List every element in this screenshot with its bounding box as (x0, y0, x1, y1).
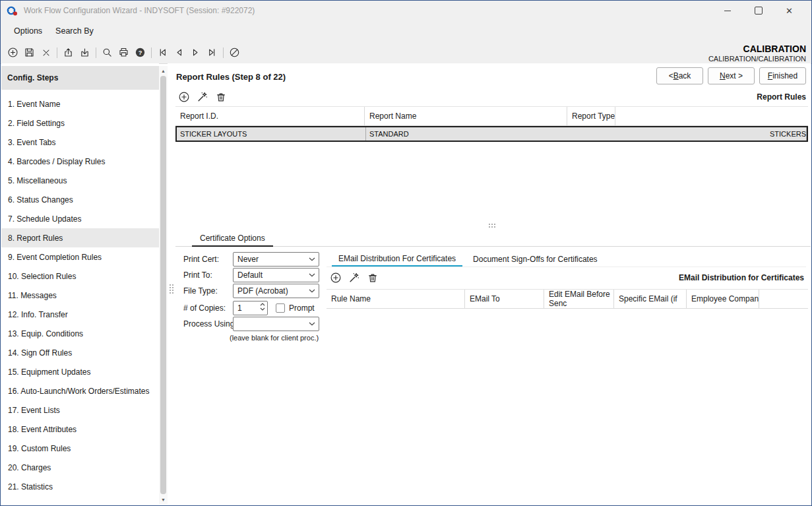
maximize-icon (755, 7, 763, 15)
nav-prev-button[interactable] (171, 44, 187, 61)
process-using-select[interactable] (233, 317, 319, 331)
report-rules-toolbar (177, 90, 228, 104)
sidebar-step-item[interactable]: 11. Messages (1, 286, 159, 305)
edit-report-rule-button[interactable] (196, 90, 209, 104)
sidebar-step-item[interactable]: 14. Sign Off Rules (1, 343, 159, 362)
sidebar-step-item[interactable]: 3. Event Tabs (1, 133, 159, 152)
sidebar-step-label: 9. Event Completion Rules (8, 253, 102, 262)
tab-email-distribution[interactable]: EMail Distribution For Certificates (332, 252, 462, 267)
delete-x-icon (41, 47, 51, 58)
sidebar-header: Config. Steps (1, 66, 159, 90)
column-header[interactable]: Report Type (567, 107, 615, 125)
export-button[interactable] (60, 44, 77, 61)
table-cell: STICKER LAYOUTS (177, 127, 366, 141)
nav-next-button[interactable] (187, 44, 204, 61)
close-button[interactable]: ✕ (774, 1, 805, 20)
file-type-label: File Type: (183, 284, 218, 298)
app-logo-icon (7, 5, 18, 16)
sidebar-step-label: 17. Event Lists (8, 406, 60, 415)
delete-button[interactable] (38, 44, 54, 61)
nav-last-icon (206, 47, 218, 58)
scroll-up-icon[interactable]: ▲ (159, 66, 168, 75)
help-icon: ? (135, 47, 146, 58)
sidebar-step-item[interactable]: 16. Auto-Launch/Work Orders/Estimates (1, 381, 159, 400)
search-button[interactable] (99, 44, 115, 61)
sidebar-step-item[interactable]: 19. Custom Rules (1, 439, 159, 458)
import-down-icon (79, 47, 90, 58)
magic-wand-icon (348, 272, 360, 284)
add-email-rule-button[interactable] (329, 271, 342, 284)
sidebar-step-item[interactable]: 18. Event Attributes (1, 420, 159, 439)
print-button[interactable] (115, 44, 132, 61)
tab-certificate-options[interactable]: Certificate Options (192, 231, 273, 247)
column-header[interactable]: Report I.D. (175, 107, 365, 125)
page-title: Report Rules (Step 8 of 22) (176, 72, 286, 82)
sidebar-step-item[interactable]: 6. Status Changes (1, 190, 159, 209)
vertical-splitter[interactable] (168, 63, 175, 505)
toolbar-separator (57, 47, 57, 58)
print-cert-select[interactable]: Never (233, 252, 319, 267)
prompt-checkbox[interactable] (276, 303, 285, 313)
sidebar-step-label: 20. Charges (8, 463, 51, 472)
sidebar-step-item[interactable]: 15. Equipment Updates (1, 362, 159, 381)
scroll-down-icon[interactable]: ▼ (159, 495, 168, 504)
menu-item[interactable]: Options (7, 20, 49, 42)
sidebar-step-item[interactable]: 1. Event Name (1, 94, 159, 113)
menubar: Options Search By (1, 20, 811, 42)
main-content: Report Rules (Step 8 of 22) < Back Next … (175, 63, 811, 505)
column-header[interactable]: Rule Name (327, 290, 465, 308)
sidebar-step-item[interactable]: 13. Equip. Conditions (1, 324, 159, 343)
sidebar-step-item[interactable]: 20. Charges (1, 458, 159, 477)
sidebar-step-item[interactable]: 5. Miscellaneous (1, 171, 159, 190)
sidebar-step-item[interactable]: 17. Event Lists (1, 400, 159, 420)
tab-document-sign-offs[interactable]: Document Sign-Offs for Certificates (466, 252, 604, 267)
maximize-button[interactable] (743, 1, 774, 20)
delete-report-rule-button[interactable] (214, 90, 228, 104)
nav-last-button[interactable] (204, 44, 220, 61)
import-button[interactable] (77, 44, 93, 61)
sidebar-step-label: 16. Auto-Launch/Work Orders/Estimates (8, 387, 150, 396)
sidebar-step-item[interactable]: 2. Field Settings (1, 113, 159, 133)
spinner-arrows[interactable] (260, 303, 265, 311)
add-report-rule-button[interactable] (177, 90, 191, 104)
print-to-select[interactable]: Default (233, 268, 319, 282)
cancel-button[interactable] (226, 44, 243, 61)
sidebar-step-item[interactable]: 21. Statistics (1, 477, 159, 496)
back-button[interactable]: < Back (656, 67, 703, 84)
report-rules-table-header: Report I.D.Report NameReport Type (175, 106, 808, 126)
scrollbar-thumb[interactable] (160, 76, 166, 494)
edit-email-rule-button[interactable] (348, 271, 361, 284)
circle-plus-icon (7, 47, 18, 58)
sidebar-step-item[interactable]: 7. Schedule Updates (1, 209, 159, 228)
nav-prev-icon (173, 47, 185, 58)
column-header[interactable]: Specific EMail (if (614, 290, 687, 308)
delete-email-rule-button[interactable] (366, 271, 379, 284)
sidebar-step-item[interactable]: 12. Info. Transfer (1, 305, 159, 324)
sidebar-scrollbar[interactable]: ▲ ▼ (159, 66, 168, 504)
help-button[interactable]: ? (132, 44, 148, 61)
chevron-down-icon (309, 289, 315, 293)
report-rule-row-selected[interactable]: STICKER LAYOUTSSTANDARDSTICKERS (175, 126, 808, 142)
next-button[interactable]: Next > (708, 67, 755, 84)
column-header[interactable]: Edit EMail Before Senc (544, 290, 614, 308)
column-header[interactable]: Report Name (365, 107, 567, 125)
file-type-select[interactable]: PDF (Acrobat) (233, 284, 319, 298)
sidebar-step-item[interactable]: 10. Selection Rules (1, 267, 159, 286)
finished-button[interactable]: Finished (759, 67, 806, 84)
column-header[interactable]: Employee Compan (687, 290, 759, 308)
copies-stepper[interactable]: 1 (233, 301, 268, 315)
new-record-button[interactable] (5, 44, 21, 61)
splitter-grip-icon[interactable] (489, 224, 495, 228)
save-button[interactable] (21, 44, 38, 61)
nav-first-button[interactable] (154, 44, 171, 61)
menu-item[interactable]: Search By (49, 20, 100, 42)
window-controls: ✕ (712, 1, 805, 20)
minimize-button[interactable] (712, 1, 743, 20)
column-header[interactable]: EMail To (465, 290, 544, 308)
email-toolbar (329, 267, 379, 289)
sidebar-step-item[interactable]: 4. Barcodes / Display Rules (1, 152, 159, 171)
splitter-grip-icon[interactable] (170, 284, 173, 294)
sidebar-step-item[interactable]: 9. Event Completion Rules (1, 247, 159, 267)
sidebar-step-item[interactable]: 8. Report Rules (1, 228, 159, 247)
horizontal-splitter[interactable] (175, 222, 808, 230)
